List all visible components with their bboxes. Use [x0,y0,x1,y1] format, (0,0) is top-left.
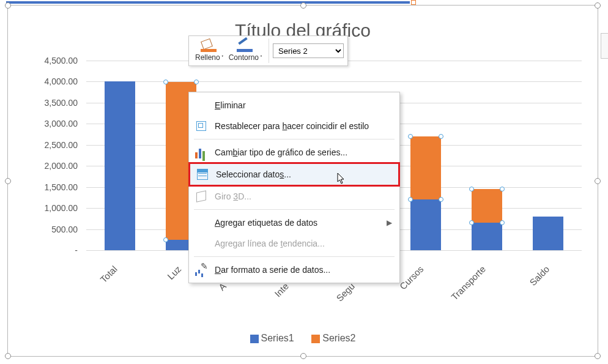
y-tick: 4,500.00 [45,56,78,65]
series-selector[interactable]: Series 2 [273,43,344,58]
submenu-arrow-icon: ▶ [387,218,392,227]
outline-icon [237,40,254,52]
blank-icon [195,99,207,111]
blank-icon [195,237,207,250]
cube-3d-icon [195,190,207,202]
y-tick: 1,000.00 [45,203,78,213]
legend-item[interactable]: Series1 [250,333,294,344]
resize-handle-s[interactable] [300,353,306,359]
resize-handle-nw[interactable] [5,2,11,9]
resize-handle-sw[interactable] [5,353,11,359]
y-tick: 4,000.00 [45,76,78,86]
resize-handle-e[interactable] [595,178,601,184]
menu-add-data-labels[interactable]: Agregar etiquetas de datos ▶ [189,212,399,233]
menu-delete[interactable]: Eliminar [189,95,399,116]
x-label: Saldo [527,264,551,288]
menu-label: Giro 3D... [215,191,392,201]
x-label: Cursos [398,264,426,292]
select-data-icon [196,168,209,180]
menu-label: Seleccionar datos... [216,169,391,179]
legend-swatch-icon [250,335,259,343]
menu-label: Cambiar tipo de gráfico de series... [215,147,392,157]
fill-icon [201,40,218,52]
y-tick: 1,500.00 [45,182,78,192]
menu-add-trendline: Agregar línea de tendencia... [189,233,399,254]
outline-label: Contorno [229,53,259,62]
bar-series1[interactable] [105,81,135,250]
menu-change-chart-type[interactable]: Cambiar tipo de gráfico de series... [189,142,399,163]
y-tick: 2,000.00 [45,161,78,171]
bar-series2[interactable] [472,189,502,223]
legend-swatch-icon [311,335,320,343]
chart-type-icon [195,146,207,158]
bar-series1[interactable] [410,199,441,250]
separator [269,39,269,63]
y-tick: 500.00 [51,225,78,234]
y-tick: - [75,245,78,255]
menu-select-data[interactable]: Seleccionar datos... [188,162,400,187]
bar-series2[interactable] [410,136,441,199]
resize-handle-se[interactable] [595,353,601,359]
reset-style-icon [195,120,207,132]
context-menu: Eliminar Restablecer para hacer coincidi… [188,92,400,283]
dropdown-icon: ▼ [221,54,224,58]
y-tick: 3,500.00 [45,98,78,108]
menu-label: Eliminar [215,100,392,110]
menu-label: Agregar línea de tendencia... [215,239,392,248]
y-tick: 2,500.00 [45,140,78,150]
menu-label: Agregar etiquetas de datos [215,218,387,228]
bar-series1[interactable] [533,217,563,250]
format-series-icon [195,264,207,276]
menu-separator [194,256,395,257]
mini-toolbar: Relleno▼ Contorno▼ Series 2 [188,35,348,66]
x-label: Luz [165,264,183,281]
x-label: Inte [272,281,291,299]
resize-handle-ne[interactable] [595,2,601,9]
menu-reset-style[interactable]: Restablecer para hacer coincidir el esti… [189,116,399,136]
chart-legend[interactable]: Series1 Series2 [8,333,598,344]
resize-handle-n[interactable] [300,2,306,9]
outline-button[interactable]: Contorno▼ [229,40,262,62]
legend-label: Series2 [322,333,355,343]
blank-icon [195,217,207,229]
fill-label: Relleno [195,53,220,62]
y-tick: 3,000.00 [45,119,78,128]
legend-label: Series1 [261,333,294,343]
y-axis: - 500.00 1,000.00 1,500.00 2,000.00 2,50… [26,61,81,250]
resize-handle-w[interactable] [5,178,11,184]
side-scroll-fragment [601,33,608,59]
x-label: Segu [334,281,357,303]
menu-format-series[interactable]: Dar formato a serie de datos... [189,259,399,280]
menu-3d-rotation: Giro 3D... [189,186,399,207]
fill-button[interactable]: Relleno▼ [195,40,224,62]
menu-separator [194,209,395,210]
x-label: Total [98,264,119,284]
x-label: Transporte [449,264,488,302]
menu-label: Dar formato a serie de datos... [215,265,392,275]
dropdown-icon: ▼ [260,54,262,58]
legend-item[interactable]: Series2 [311,333,355,344]
bar-series1[interactable] [472,223,502,250]
menu-separator [194,139,395,139]
menu-label: Restablecer para hacer coincidir el esti… [215,121,392,131]
